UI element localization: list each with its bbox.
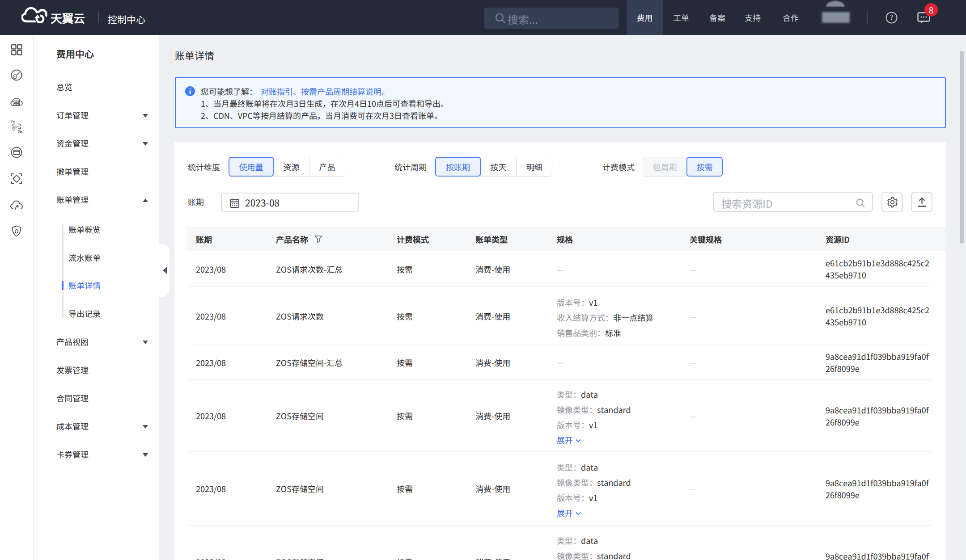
svg-text:VPC: VPC (13, 124, 20, 130)
svg-text:?: ? (890, 12, 894, 22)
